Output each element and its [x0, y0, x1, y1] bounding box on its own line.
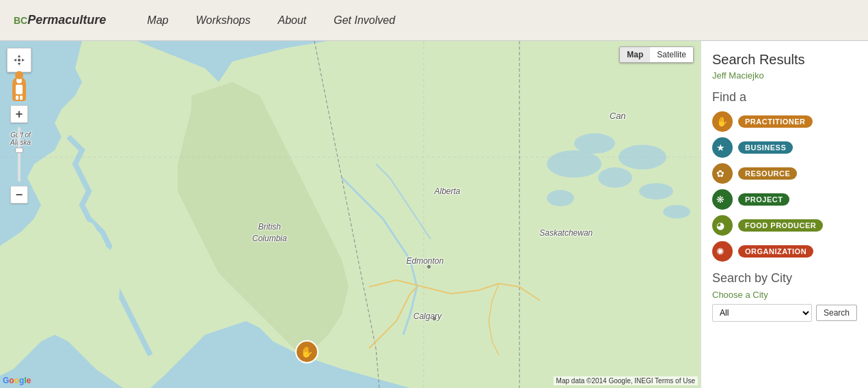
search-button[interactable]: Search [816, 305, 857, 321]
svg-text:✿: ✿ [716, 168, 724, 179]
resource-label: RESOURCE [738, 167, 797, 180]
svg-point-19 [18, 59, 21, 61]
logo-bc: BC [14, 15, 27, 26]
svg-text:◕: ◕ [716, 220, 724, 231]
map-type-satellite-btn[interactable]: Satellite [650, 47, 693, 62]
svg-marker-15 [18, 55, 21, 57]
google-logo: Google [3, 376, 31, 385]
nav-workshops[interactable]: Workshops [195, 14, 250, 27]
svg-text:★: ★ [716, 142, 725, 153]
result-name[interactable]: Jeff Maciejko [712, 70, 857, 81]
search-by-city-title: Search by City [712, 271, 857, 286]
svg-text:✋: ✋ [716, 116, 729, 128]
main-content: Alberta BritishColumbia Saskatchewan Edm… [0, 41, 868, 388]
svg-marker-18 [22, 59, 25, 61]
map-type-toggle: Map Satellite [619, 46, 694, 63]
logo-permaculture: Permaculture [27, 13, 106, 27]
svg-rect-22 [16, 96, 18, 100]
find-a-title: Find a [712, 90, 857, 105]
project-icon: ❋ [712, 189, 733, 210]
svg-point-3 [547, 190, 574, 206]
nav-get-involved[interactable]: Get Involved [334, 14, 395, 27]
nav-map[interactable]: Map [147, 14, 168, 27]
svg-text:✺: ✺ [716, 246, 724, 257]
practitioner-marker[interactable]: ✋ [295, 340, 319, 364]
food-producer-label: FOOD PRODUCER [738, 219, 823, 232]
map-container[interactable]: Alberta BritishColumbia Saskatchewan Edm… [0, 41, 701, 388]
practitioner-label: PRACTITIONER [738, 115, 813, 128]
logo[interactable]: BCPermaculture [14, 13, 106, 27]
category-practitioner[interactable]: ✋ PRACTITIONER [712, 111, 857, 132]
business-label: BUSINESS [738, 141, 793, 154]
main-nav: Map Workshops About Get Involved [147, 14, 395, 27]
city-select[interactable]: All [712, 304, 812, 322]
nav-about[interactable]: About [277, 14, 306, 27]
zoom-in-btn[interactable]: + [10, 105, 28, 123]
organization-label: ORGANIZATION [738, 245, 813, 258]
svg-point-4 [574, 133, 615, 154]
map-attribution: Map data ©2014 Google, INEGI Terms of Us… [554, 376, 698, 385]
svg-text:✋: ✋ [300, 346, 314, 359]
svg-point-20 [16, 78, 22, 83]
category-business[interactable]: ★ BUSINESS [712, 137, 857, 158]
right-panel: Search Results Jeff Maciejko Find a ✋ PR… [701, 41, 868, 388]
edmonton-dot [427, 265, 431, 268]
map-svg [0, 41, 701, 388]
city-search-row: All Search [712, 304, 857, 322]
search-results-title: Search Results [712, 52, 857, 68]
category-food-producer[interactable]: ◕ FOOD PRODUCER [712, 215, 857, 236]
practitioner-icon: ✋ [712, 111, 733, 132]
svg-point-7 [663, 205, 690, 219]
category-resource[interactable]: ✿ RESOURCE [712, 163, 857, 184]
choose-city-label: Choose a City [712, 290, 857, 300]
svg-rect-21 [16, 85, 23, 94]
map-controls: + − [7, 48, 31, 204]
zoom-slider-thumb[interactable] [15, 148, 23, 153]
category-project[interactable]: ❋ PROJECT [712, 189, 857, 210]
category-organization[interactable]: ✺ ORGANIZATION [712, 241, 857, 262]
pan-control[interactable] [7, 48, 31, 72]
food-producer-icon: ◕ [712, 215, 733, 236]
svg-point-6 [639, 183, 673, 199]
business-icon: ★ [712, 137, 733, 158]
svg-point-1 [547, 150, 601, 178]
organization-icon: ✺ [712, 241, 733, 262]
svg-point-9 [79, 222, 99, 270]
svg-rect-23 [20, 96, 23, 100]
project-label: PROJECT [738, 193, 789, 206]
calgary-dot [433, 317, 436, 320]
svg-point-2 [598, 167, 632, 188]
map-type-map-btn[interactable]: Map [620, 47, 650, 62]
svg-marker-17 [14, 59, 16, 61]
header: BCPermaculture Map Workshops About Get I… [0, 0, 868, 41]
zoom-slider[interactable] [18, 127, 21, 182]
zoom-out-btn[interactable]: − [10, 186, 28, 204]
svg-text:❋: ❋ [716, 194, 724, 205]
pegman[interactable] [12, 77, 26, 101]
resource-icon: ✿ [712, 163, 733, 184]
svg-marker-16 [18, 63, 21, 66]
